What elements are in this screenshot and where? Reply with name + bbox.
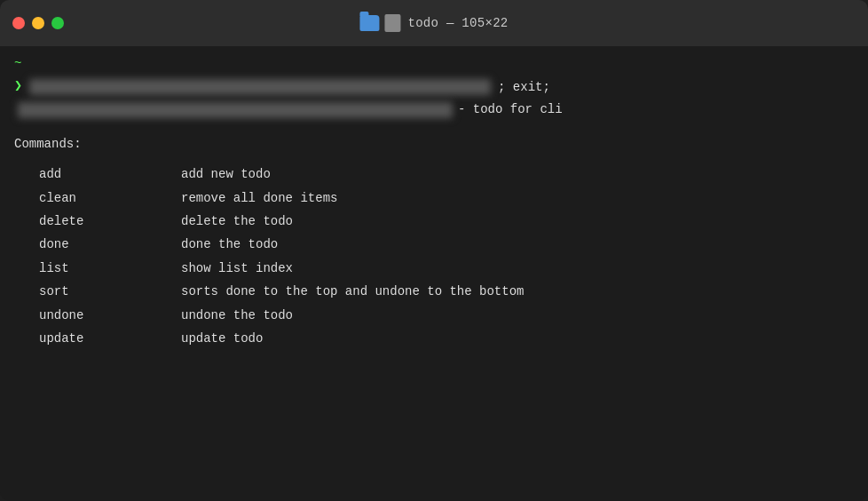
- command-name: clean: [39, 188, 181, 208]
- command-row: listshow list index: [39, 258, 854, 278]
- subtitle-text: - todo for cli: [458, 99, 563, 119]
- command-row: sortsorts done to the top and undone to …: [39, 282, 854, 301]
- command-description: show list index: [181, 258, 293, 278]
- tilde-line: ~: [14, 53, 854, 73]
- blurred-command: [29, 79, 491, 95]
- commands-table: addadd new todocleanremove all done item…: [14, 164, 854, 348]
- doc-icon: [384, 14, 400, 32]
- folder-icon: [359, 15, 379, 31]
- command-name: undone: [39, 306, 181, 325]
- terminal-content[interactable]: ~ ❯ ; exit; - todo for cli Commands: add…: [0, 46, 868, 501]
- close-button[interactable]: [12, 17, 25, 29]
- exit-text: ; exit;: [498, 77, 550, 97]
- prompt-arrow: ❯: [14, 76, 22, 98]
- window-title: todo — 105×22: [407, 16, 508, 30]
- command-description: done the todo: [181, 235, 278, 254]
- command-row: deletedelete the todo: [39, 211, 854, 231]
- command-name: sort: [39, 282, 181, 301]
- command-name: done: [39, 235, 181, 254]
- section-header: Commands:: [14, 134, 854, 154]
- command-row: cleanremove all done items: [39, 188, 854, 208]
- command-name: delete: [39, 211, 181, 231]
- blurred-output: [18, 102, 453, 118]
- command-name: list: [39, 258, 181, 278]
- command-row: addadd new todo: [39, 164, 854, 184]
- minimize-button[interactable]: [32, 17, 44, 29]
- command-row: undoneundone the todo: [39, 306, 854, 325]
- terminal-window: todo — 105×22 ~ ❯ ; exit; - todo for cli…: [0, 0, 868, 501]
- command-name: update: [39, 329, 181, 348]
- command-name: add: [39, 164, 181, 184]
- titlebar: todo — 105×22: [0, 0, 868, 46]
- command-description: delete the todo: [181, 211, 293, 231]
- command-description: remove all done items: [181, 188, 337, 208]
- titlebar-icons: [359, 14, 400, 32]
- traffic-lights: [12, 17, 64, 29]
- command-description: undone the todo: [181, 306, 293, 325]
- command-description: update todo: [181, 329, 263, 348]
- titlebar-center: todo — 105×22: [359, 14, 508, 32]
- prompt-line: ❯ ; exit;: [14, 76, 854, 98]
- output-row: - todo for cli: [14, 99, 854, 119]
- command-row: updateupdate todo: [39, 329, 854, 348]
- command-row: donedone the todo: [39, 235, 854, 254]
- command-description: sorts done to the top and undone to the …: [181, 282, 524, 301]
- maximize-button[interactable]: [51, 17, 64, 29]
- command-description: add new todo: [181, 164, 271, 184]
